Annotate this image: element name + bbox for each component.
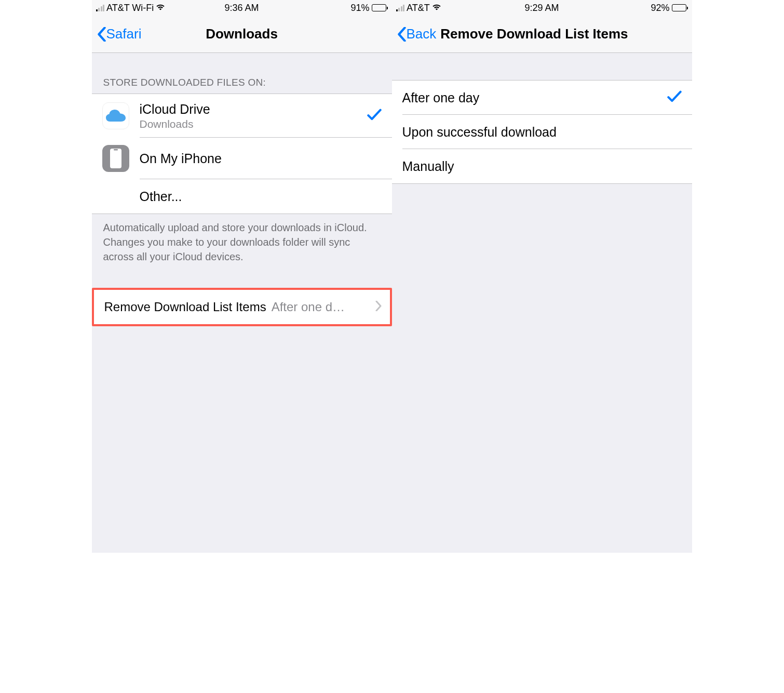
storage-options-list: iCloud Drive Downloads On My iPhone Othe… [92, 94, 392, 214]
battery-pct-label: 91% [350, 3, 369, 14]
remove-download-list-items-row[interactable]: Remove Download List Items After one d… [94, 290, 390, 324]
nav-bar: Back Remove Download List Items [392, 16, 692, 53]
svg-rect-2 [114, 149, 118, 151]
storage-option-iphone[interactable]: On My iPhone [92, 138, 392, 179]
option-label: Manually [402, 158, 682, 174]
highlight-box: Remove Download List Items After one d… [92, 288, 392, 326]
checkmark-icon [367, 109, 382, 123]
battery-icon [372, 4, 388, 11]
carrier-label: AT&T Wi-Fi [106, 3, 154, 14]
status-bar: AT&T 9:29 AM 92% [392, 0, 692, 16]
storage-option-other[interactable]: Other... [92, 179, 392, 214]
svg-rect-1 [111, 150, 120, 167]
section-footer: Automatically upload and store your down… [92, 214, 392, 271]
storage-option-title: iCloud Drive [140, 101, 362, 117]
iphone-icon [102, 145, 129, 172]
signal-bars-icon [96, 5, 105, 11]
icloud-icon [102, 102, 129, 129]
back-button[interactable]: Safari [97, 26, 142, 42]
section-header: STORE DOWNLOADED FILES ON: [92, 53, 392, 94]
row-label: Remove Download List Items [104, 300, 266, 314]
option-label: After one day [402, 90, 662, 105]
option-upon-success[interactable]: Upon successful download [392, 115, 692, 149]
phone-right: AT&T 9:29 AM 92% Back Remove Download Li… [392, 0, 692, 553]
page-title: Remove Download List Items [440, 26, 628, 42]
battery-pct-label: 92% [651, 3, 669, 14]
remove-options-list: After one day Upon successful download M… [392, 80, 692, 184]
storage-option-title: Other... [140, 189, 382, 204]
storage-option-subtitle: Downloads [140, 118, 362, 130]
chevron-left-icon [97, 27, 106, 42]
wifi-icon [432, 3, 441, 14]
back-label: Back [407, 26, 437, 42]
status-time: 9:36 AM [224, 3, 259, 14]
wifi-icon [156, 3, 165, 14]
carrier-label: AT&T [407, 3, 430, 14]
page-title: Downloads [206, 26, 278, 42]
back-label: Safari [106, 26, 142, 42]
nav-bar: Safari Downloads [92, 16, 392, 53]
storage-option-icloud[interactable]: iCloud Drive Downloads [92, 94, 392, 138]
status-bar: AT&T Wi-Fi 9:36 AM 91% [92, 0, 392, 16]
option-after-one-day[interactable]: After one day [392, 81, 692, 115]
storage-option-title: On My iPhone [140, 151, 382, 166]
back-button[interactable]: Back [397, 26, 437, 42]
chevron-left-icon [397, 27, 407, 42]
row-value: After one d… [272, 300, 372, 314]
battery-icon [672, 4, 688, 11]
option-manually[interactable]: Manually [392, 149, 692, 183]
signal-bars-icon [396, 5, 405, 11]
checkmark-icon [667, 90, 682, 105]
status-time: 9:29 AM [524, 3, 559, 14]
chevron-right-icon [375, 301, 382, 313]
option-label: Upon successful download [402, 124, 682, 140]
phone-left: AT&T Wi-Fi 9:36 AM 91% Safari Downloads … [92, 0, 392, 553]
